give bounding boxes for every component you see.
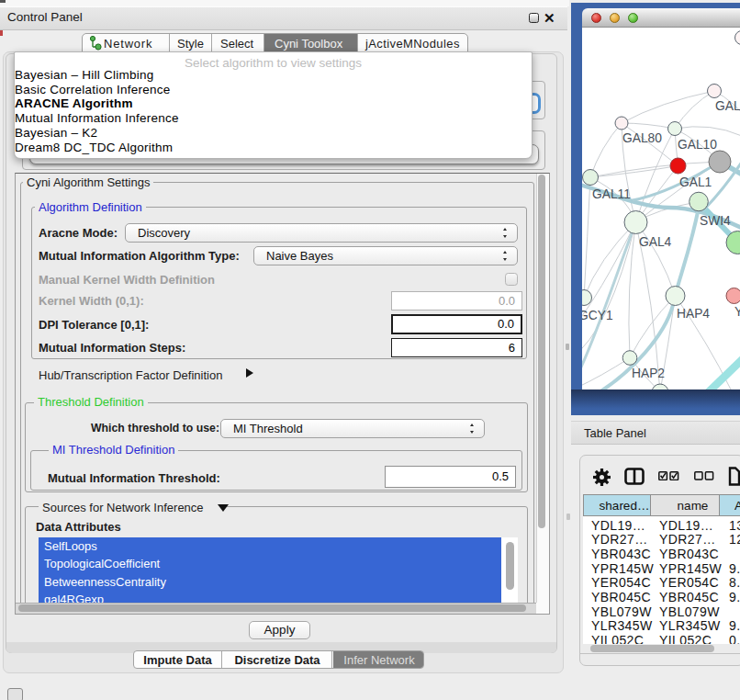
- svg-text:GAL10: GAL10: [678, 138, 717, 152]
- svg-text:GAL1: GAL1: [679, 175, 712, 189]
- svg-text:GAL11: GAL11: [592, 187, 631, 201]
- svg-text:GAL80: GAL80: [622, 131, 662, 145]
- svg-text:Y: Y: [734, 305, 740, 319]
- svg-text:GAL2: GAL2: [715, 99, 740, 113]
- svg-text:GAL4: GAL4: [639, 235, 672, 249]
- svg-text:SWI4: SWI4: [700, 214, 731, 228]
- svg-text:HAP4: HAP4: [677, 307, 710, 321]
- svg-text:HAP2: HAP2: [632, 367, 665, 380]
- svg-text:GCY1: GCY1: [582, 309, 613, 322]
